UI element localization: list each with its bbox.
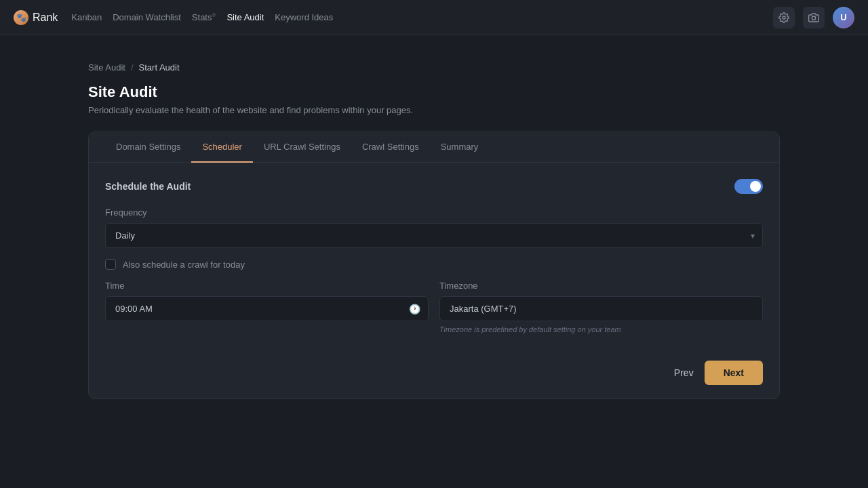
main-content: Site Audit / Start Audit Site Audit Peri… <box>0 35 868 426</box>
nav-link-keyword-ideas[interactable]: Keyword Ideas <box>275 12 333 22</box>
tab-url-crawl-settings[interactable]: URL Crawl Settings <box>253 132 351 163</box>
timezone-label: Timezone <box>439 281 763 291</box>
wizard-tabs: Domain Settings Scheduler URL Crawl Sett… <box>89 132 779 163</box>
nav-link-site-audit[interactable]: Site Audit <box>226 12 264 22</box>
nav-logo[interactable]: 🐾 Rank <box>14 10 58 25</box>
breadcrumb-site-audit[interactable]: Site Audit <box>88 62 125 73</box>
page-title: Site Audit <box>88 83 780 101</box>
crawl-today-checkbox[interactable] <box>105 259 116 270</box>
schedule-label: Schedule the Audit <box>105 181 191 192</box>
nav-link-stats[interactable]: Stats® <box>192 12 216 22</box>
card-footer: Prev Next <box>89 350 779 399</box>
breadcrumb: Site Audit / Start Audit <box>88 62 780 73</box>
toggle-knob <box>750 181 761 192</box>
checkbox-row: Also schedule a crawl for today <box>105 259 763 270</box>
time-input[interactable] <box>105 296 429 321</box>
prev-button[interactable]: Prev <box>674 367 694 378</box>
navbar: 🐾 Rank Kanban Domain Watchlist Stats® Si… <box>0 0 868 35</box>
card-body: Schedule the Audit Frequency Daily Weekl… <box>89 163 779 350</box>
nav-right: U <box>773 7 854 28</box>
svg-point-1 <box>812 16 815 20</box>
timezone-value: Jakarta (GMT+7) <box>439 296 763 321</box>
tab-domain-settings[interactable]: Domain Settings <box>105 132 191 163</box>
logo-icon: 🐾 <box>14 10 28 25</box>
timezone-field-group: Timezone Jakarta (GMT+7) Timezone is pre… <box>439 281 763 333</box>
time-input-wrapper: 🕐 <box>105 296 429 321</box>
tab-crawl-settings[interactable]: Crawl Settings <box>351 132 430 163</box>
brand-name: Rank <box>33 12 58 24</box>
schedule-row: Schedule the Audit <box>105 179 763 194</box>
user-avatar[interactable]: U <box>833 7 854 28</box>
camera-button[interactable] <box>803 7 825 28</box>
breadcrumb-current: Start Audit <box>139 62 180 73</box>
checkbox-label: Also schedule a crawl for today <box>123 260 245 270</box>
nav-left: 🐾 Rank Kanban Domain Watchlist Stats® Si… <box>14 10 333 25</box>
schedule-toggle[interactable] <box>734 179 763 194</box>
page-subtitle: Periodically evaluate the health of the … <box>88 105 780 115</box>
gear-icon <box>778 12 789 23</box>
camera-icon <box>808 12 819 23</box>
time-label: Time <box>105 281 429 291</box>
stats-sup: ® <box>212 12 216 18</box>
frequency-select[interactable]: Daily Weekly Monthly <box>105 223 763 248</box>
wizard-card: Domain Settings Scheduler URL Crawl Sett… <box>88 131 780 399</box>
tab-scheduler[interactable]: Scheduler <box>191 132 253 163</box>
frequency-label: Frequency <box>105 207 763 218</box>
nav-link-domain-watchlist[interactable]: Domain Watchlist <box>113 12 181 22</box>
settings-button[interactable] <box>773 7 795 28</box>
time-tz-row: Time 🕐 Timezone Jakarta (GMT+7) Timezone… <box>105 281 763 333</box>
breadcrumb-separator: / <box>131 62 134 73</box>
frequency-select-wrapper: Daily Weekly Monthly ▾ <box>105 223 763 248</box>
timezone-note: Timezone is predefined by default settin… <box>439 325 763 333</box>
time-field-group: Time 🕐 <box>105 281 429 333</box>
next-button[interactable]: Next <box>705 361 763 385</box>
tab-summary[interactable]: Summary <box>430 132 490 163</box>
svg-point-0 <box>783 16 785 19</box>
nav-links: Kanban Domain Watchlist Stats® Site Audi… <box>71 12 333 22</box>
nav-link-kanban[interactable]: Kanban <box>71 12 102 22</box>
